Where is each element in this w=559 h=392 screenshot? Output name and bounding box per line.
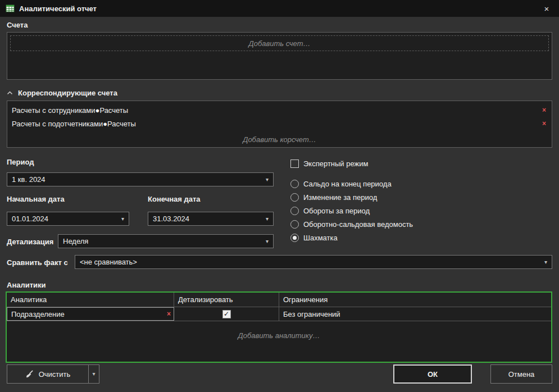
corr-account-text: Расчеты с сотрудниками●Расчеты — [12, 106, 542, 115]
radio-label: Обороты за период — [303, 207, 370, 215]
analytics-restriction-cell[interactable]: Без ограничений — [279, 307, 551, 321]
start-date-label: Начальная дата — [7, 195, 65, 203]
radio-icon — [290, 207, 299, 215]
period-value: 1 кв. 2024 — [12, 175, 262, 184]
column-header-restrictions: Ограничения — [279, 293, 551, 307]
compare-label: Сравнить факт с — [7, 258, 68, 267]
radio-izmenenie[interactable]: Изменение за период — [290, 190, 413, 204]
cancel-button[interactable]: Отмена — [490, 364, 552, 384]
add-corr-account-field[interactable]: Добавить корсчет… — [7, 135, 552, 144]
radio-saldo[interactable]: Сальдо на конец периода — [290, 177, 413, 190]
corr-accounts-list: Расчеты с сотрудниками●Расчеты × Расчеты… — [7, 101, 552, 148]
add-analytics-field[interactable]: Добавить аналитику… — [7, 331, 551, 340]
accounts-list: Добавить счет… — [7, 32, 552, 80]
clear-button[interactable]: Очистить — [7, 364, 89, 384]
radio-shahmatka[interactable]: Шахматка — [290, 231, 413, 244]
ok-button[interactable]: ОК — [393, 364, 472, 384]
remove-icon[interactable]: × — [167, 311, 171, 317]
remove-icon[interactable]: × — [542, 107, 546, 113]
cancel-button-label: Отмена — [508, 370, 535, 379]
start-date-value: 01.01.2024 — [12, 215, 118, 223]
radio-selected-icon — [290, 234, 299, 242]
detail-label: Детализация — [7, 238, 53, 246]
compare-value: <не сравнивать> — [80, 258, 541, 266]
radio-label: Изменение за период — [303, 193, 377, 202]
window-title: Аналитический отчет — [19, 4, 97, 13]
list-item[interactable]: Расчеты с подотчетниками●Расчеты × — [7, 117, 552, 130]
table-row: Подразделение × ✓ Без ограничений — [7, 307, 551, 321]
analytics-table: Аналитика Детализировать Ограничения Под… — [6, 291, 552, 363]
radio-icon — [290, 220, 299, 229]
add-account-placeholder: Добавить счет… — [249, 39, 311, 48]
radio-osv[interactable]: Оборотно-сальдовая ведомость — [290, 217, 413, 231]
expert-mode-checkbox[interactable]: Экспертный режим — [290, 158, 368, 168]
end-date-picker[interactable]: 31.03.2024 ▾ — [148, 212, 274, 226]
analytics-table-header: Аналитика Детализировать Ограничения — [7, 293, 551, 307]
clear-split-button: Очистить ▾ — [7, 364, 99, 384]
report-app-icon — [6, 4, 15, 13]
analytics-detail-cell[interactable]: ✓ — [174, 307, 279, 321]
corr-account-text: Расчеты с подотчетниками●Расчеты — [12, 120, 542, 128]
chevron-down-icon: ▾ — [121, 216, 124, 222]
radio-label: Шахматка — [303, 234, 338, 242]
broom-icon — [25, 370, 34, 379]
accounts-section-label: Счета — [7, 21, 28, 29]
analytics-name: Подразделение — [11, 310, 65, 318]
remove-icon[interactable]: × — [542, 120, 546, 127]
chevron-down-icon: ▾ — [266, 216, 269, 222]
column-header-analytics: Аналитика — [7, 293, 174, 307]
expert-mode-label: Экспертный режим — [303, 159, 368, 168]
period-section-label: Период — [7, 158, 34, 166]
list-item[interactable]: Расчеты с сотрудниками●Расчеты × — [7, 103, 552, 117]
analytics-section-label: Аналитики — [7, 281, 46, 289]
detail-value: Неделя — [63, 237, 262, 245]
end-date-label: Конечная дата — [148, 195, 201, 203]
titlebar[interactable]: Аналитический отчет × — [0, 0, 559, 17]
end-date-value: 31.03.2024 — [153, 215, 262, 223]
radio-icon — [290, 180, 299, 188]
chevron-down-icon: ▾ — [266, 239, 269, 244]
period-select[interactable]: 1 кв. 2024 ▾ — [7, 172, 274, 186]
radio-oboroty[interactable]: Обороты за период — [290, 204, 413, 217]
corr-accounts-collapse-header[interactable]: Корреспондирующие счета — [7, 89, 117, 97]
add-account-field[interactable]: Добавить счет… — [10, 35, 549, 51]
radio-label: Оборотно-сальдовая ведомость — [303, 220, 413, 229]
checkbox-icon — [290, 159, 299, 168]
checkbox-checked-icon[interactable]: ✓ — [222, 310, 231, 318]
chevron-down-icon: ▾ — [544, 259, 547, 265]
report-type-radio-group: Сальдо на конец периода Изменение за пер… — [290, 177, 413, 244]
chevron-down-icon: ▾ — [266, 177, 269, 183]
ok-button-label: ОК — [428, 370, 438, 379]
corr-accounts-label: Корреспондирующие счета — [18, 89, 117, 97]
clear-button-label: Очистить — [39, 370, 71, 379]
chevron-down-icon: ▾ — [92, 371, 95, 377]
start-date-picker[interactable]: 01.01.2024 ▾ — [7, 212, 129, 226]
radio-label: Сальдо на конец периода — [303, 180, 392, 188]
compare-select[interactable]: <не сравнивать> ▾ — [75, 255, 552, 269]
clear-dropdown-button[interactable]: ▾ — [88, 364, 99, 384]
close-icon[interactable]: × — [540, 4, 553, 13]
column-header-detail: Детализировать — [174, 293, 279, 307]
chevron-up-icon — [7, 91, 13, 95]
radio-icon — [290, 193, 299, 202]
analytics-name-cell[interactable]: Подразделение × — [7, 307, 174, 321]
detail-select[interactable]: Неделя ▾ — [58, 234, 274, 248]
